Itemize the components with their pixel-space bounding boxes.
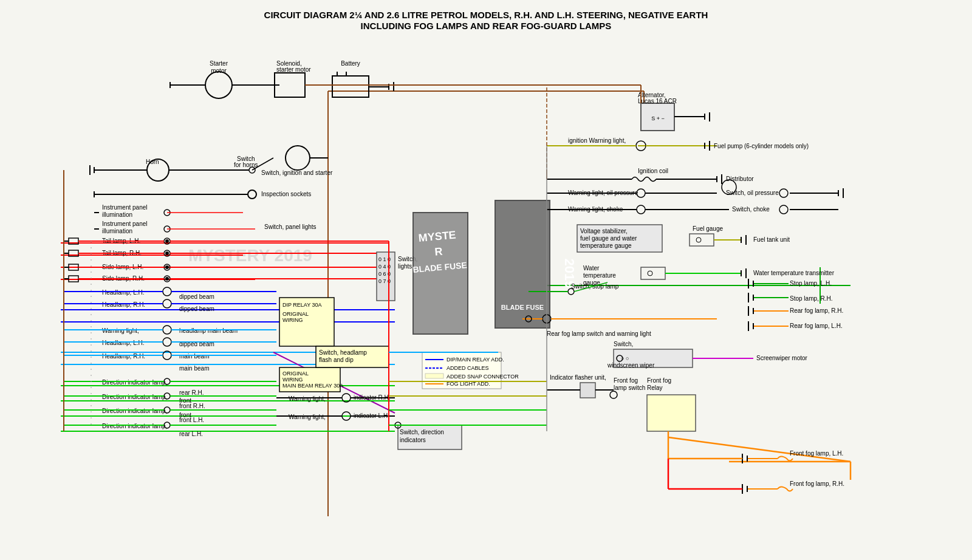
blade-fuse1b: R <box>434 245 443 258</box>
switch-lights-label2: lights <box>398 263 412 270</box>
switch-horns-label2: for horns <box>234 162 258 168</box>
instrument2-label: Instrument panel <box>102 220 148 227</box>
switch-choke-label: Switch, choke <box>732 206 770 213</box>
front-text2: front <box>179 412 191 418</box>
warning-ind-rh-label: Warning light, <box>289 395 326 402</box>
screenwiper-label2: windscreen wiper <box>607 362 655 369</box>
front-text: front <box>179 397 191 404</box>
water-temp-label: Water <box>583 265 600 271</box>
svg-text:MAIN BEAM RELAY 30A: MAIN BEAM RELAY 30A <box>282 383 343 389</box>
front-fog-relay-label: Front fog <box>647 377 671 384</box>
switch-panel-label: Switch, panel lights <box>264 224 317 230</box>
svg-point-214 <box>165 239 169 243</box>
headlamp-main-beam-label: headlamp main beam <box>179 327 238 334</box>
headlamp-rh-label: Headlamp, R.H. <box>102 301 145 308</box>
front-fog-sw-label2: lamp switch <box>614 384 645 391</box>
stop-lh-label: Stop lamp, L.H. <box>790 280 832 287</box>
svg-rect-205 <box>425 374 443 378</box>
legend-snap: ADDED SNAP CONNECTOR <box>447 374 519 380</box>
dir-front-rh-label: Direction indicator lamp, <box>102 394 167 400</box>
screenwiper-label: Switch, <box>614 341 633 347</box>
main-beam-lh-label: main beam <box>179 353 209 360</box>
stop-rh-label: Stop lamp, R.H. <box>790 295 833 302</box>
svg-text:DIP RELAY 30A: DIP RELAY 30A <box>282 302 322 308</box>
instrument1-label2: illumination <box>102 211 132 218</box>
fuel-gauge-label: Fuel gauge <box>693 225 723 232</box>
svg-text:S + −: S + − <box>651 115 665 121</box>
stop-switch-label: Switch, stop lamp <box>571 283 619 290</box>
dir-front-lh-label: Direction indicator lamp, <box>102 408 167 414</box>
warning-ind-lh-label: Warning light, <box>289 414 326 420</box>
switch-direction-label: Switch, direction <box>400 429 444 435</box>
starter-motor-label: Starter <box>210 60 228 67</box>
voltage-stab-label2: fuel gauge and water <box>580 235 637 242</box>
svg-point-216 <box>165 265 169 269</box>
rear-fog-rh-label: Rear fog lamp, R.H. <box>790 307 843 314</box>
rear-rh-label: rear R.H. <box>179 389 204 396</box>
svg-text:○ ○: ○ ○ <box>621 355 629 361</box>
headlamp-lh-main-label: Headlamp, L.H. <box>102 340 144 346</box>
voltage-stab-label3: temperature gauge <box>580 242 632 249</box>
svg-point-215 <box>165 251 169 255</box>
solenoid-label2: starter motor <box>276 66 311 73</box>
horn-label: Horn <box>146 159 159 165</box>
svg-text:WIRING: WIRING <box>282 317 303 323</box>
rear-fog-lh-label: Rear fog lamp, L.H. <box>790 323 843 329</box>
svg-rect-191 <box>647 395 696 431</box>
title-line1: CIRCUIT DIAGRAM 2¼ AND 2.6 LITRE PETROL … <box>264 10 708 20</box>
water-transmitter-label: Water temperature transmitter <box>753 270 835 276</box>
fuel-tank-label: Fuel tank unit <box>753 236 790 243</box>
starter-motor-label2: motor <box>211 67 227 74</box>
switch-headlamp-label: Switch, headlamp <box>319 349 367 356</box>
ign-coil-label: Ignition coil <box>638 168 668 174</box>
switch-oil-label: Switch, oil pressure <box>726 190 779 196</box>
headlamp-rh-main-label: Headlamp, R.H. <box>102 353 145 360</box>
dipped-beam-rh: dipped beam <box>179 306 214 312</box>
ign-warning-label: ignition Warning light, <box>568 137 626 144</box>
svg-text:WIRING: WIRING <box>282 377 303 383</box>
distributor-label: Distributor <box>726 176 754 182</box>
front-fog-relay-label2: Relay <box>647 384 663 391</box>
legend-dip: DIP/MAIN RELAY ADD. <box>447 357 504 363</box>
alternator-label2: Lucas 16 ACR <box>638 98 677 104</box>
rear-fog-switch-label: Rear fog lamp switch and warning light <box>547 330 651 337</box>
switch-ignition-label: Switch, ignition and starter <box>261 169 333 176</box>
main-beam-rh-label: main beam <box>179 365 209 372</box>
svg-text:ORIGINAL: ORIGINAL <box>282 311 309 317</box>
legend-cables: ADDED CABLES <box>447 365 489 371</box>
front-fog-lh-label: Front fog lamp, L.H. <box>790 450 843 457</box>
voltage-stab-label: Voltage stabilizer, <box>580 228 628 234</box>
circuit-diagram: CIRCUIT DIAGRAM 2¼ AND 2.6 LITRE PETROL … <box>0 0 972 560</box>
front-fog-sw-label: Front fog <box>614 377 638 384</box>
instrument2-label2: illumination <box>102 228 132 234</box>
front-fog-rh-label: Front fog lamp, R.H. <box>790 480 844 487</box>
dir-rear-lh-label: Direction indicator lamp, <box>102 423 167 429</box>
instrument1-label: Instrument panel <box>102 204 148 211</box>
flasher-label: Indicator flasher unit, <box>550 374 606 381</box>
headlamp-lh-label: Headlamp, L.H. <box>102 289 144 296</box>
blade-fuse2b: BLADE FUSE <box>501 304 544 311</box>
warning-headlamp-label: Warning light, <box>102 327 139 334</box>
svg-point-217 <box>165 277 169 281</box>
svg-text:ORIGINAL: ORIGINAL <box>282 370 309 377</box>
dipped-beam-lh: dipped beam <box>179 293 214 300</box>
rear-lh-label: rear L.H. <box>179 431 203 437</box>
dir-rear-rh-label: Direction indicator lamp, <box>102 379 167 386</box>
water-temp-label2: temperature <box>583 272 616 279</box>
inspection-label: Inspection sockets <box>261 191 311 197</box>
svg-rect-187 <box>580 383 595 398</box>
switch-direction-label2: indicators <box>400 437 426 443</box>
fuel-pump-label: Fuel pump (6-cylinder models only) <box>714 143 809 149</box>
screenwiper-motor-label: Screenwiper motor <box>756 355 808 361</box>
battery-label: Battery <box>341 60 360 67</box>
title-line2: INCLUDING FOG LAMPS AND REAR FOG-GUARD L… <box>361 21 612 31</box>
switch-headlamp-label2: flash and dip <box>319 357 354 363</box>
